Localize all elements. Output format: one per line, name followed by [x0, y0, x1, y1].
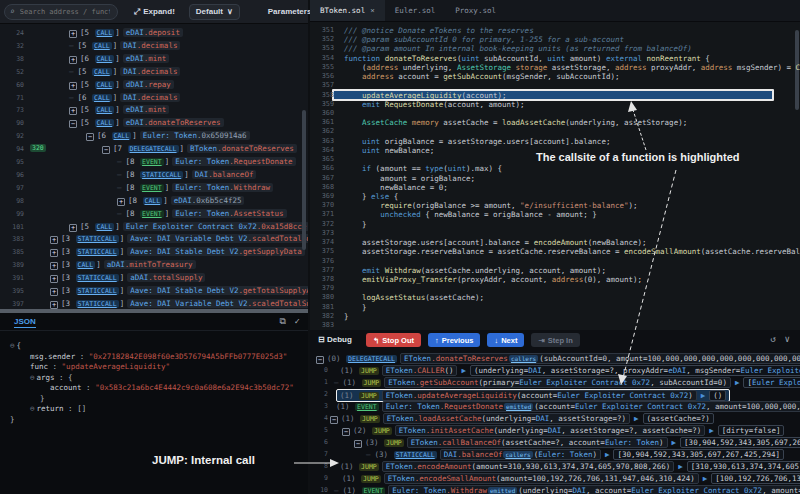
tab-proxy-sol[interactable]: Proxy.sol [445, 0, 506, 21]
tree-expander-icon[interactable]: − [342, 428, 350, 436]
trace-row[interactable]: 73+[5 CALL]eDAI.mint [0, 104, 308, 116]
step-in-button[interactable]: ⇥Step In [531, 333, 579, 347]
tree-expander-icon[interactable]: + [50, 262, 58, 270]
trace-target[interactable]: eDAI.mint [123, 105, 170, 114]
copy-icon[interactable]: ⧉ [280, 316, 286, 327]
trace-target[interactable]: Euler: Token.RequestDonate [172, 157, 295, 166]
close-icon[interactable]: × [370, 6, 375, 15]
call-type-badge: CALL [92, 68, 112, 76]
stop-out-button[interactable]: ↰Stop Out [366, 333, 421, 347]
trace-row[interactable]: 397+[3 STATICCALL]Aave: DAI Variable Deb… [0, 298, 308, 309]
trace-target[interactable]: eDAI.mint [123, 54, 170, 63]
tree-expander-icon[interactable]: + [69, 82, 77, 90]
trace-row[interactable]: 92−[6 CALL]Euler: Token.0x650914a6 [0, 130, 308, 142]
refresh-icon[interactable]: ↺ [771, 334, 776, 344]
trace-target[interactable]: eDAI.donateToReserves [123, 118, 224, 127]
trace-row[interactable]: 38+[6 CALL]eDAI.mint [0, 53, 308, 65]
tree-expander-icon[interactable]: + [69, 224, 77, 232]
tab-json[interactable]: JSON [14, 317, 36, 328]
debug-row[interactable]: 5−(2) JUMPEToken.initAssetCache(underlyi… [310, 424, 800, 436]
debug-row[interactable]: 2(1) JUMPEToken.updateAverageLiquidity(a… [310, 388, 800, 400]
next-button[interactable]: ↓Next [487, 333, 524, 347]
trace-row[interactable]: 96–[8 STATICCALL]DAI.balanceOf [0, 169, 308, 181]
tree-expander-icon[interactable]: + [50, 249, 58, 257]
trace-target[interactable]: DAI.balanceOf [192, 170, 257, 179]
trace-row[interactable]: 98+[8 CALL]eDAI.0x6b5c4f25 [0, 195, 308, 207]
trace-row[interactable]: 71–[6 CALL]DAI.decimals [0, 92, 308, 104]
tree-expander-icon[interactable]: + [50, 236, 58, 244]
tree-expander-icon[interactable]: + [50, 301, 58, 309]
debug-row[interactable]: 7–(3) STATICCALLDAI.balanceOfcallers(Eul… [310, 448, 800, 460]
tree-expander-icon[interactable]: + [69, 56, 77, 64]
debug-row[interactable]: 3(1) EVENTEuler: Token.RequestDonateemit… [310, 400, 800, 412]
trace-row[interactable]: 395+[3 STATICCALL]Aave: DAI Stable Debt … [0, 285, 308, 297]
trace-row[interactable]: 383+[3 STATICCALL]Aave: DAI Variable Deb… [0, 233, 308, 245]
trace-target[interactable]: eDAI.deposit [123, 28, 183, 37]
trace-target[interactable]: aDAI.mintToTreasury [104, 260, 196, 269]
tree-expander-icon[interactable]: + [69, 107, 77, 115]
trace-target[interactable]: Aave: DAI Variable Debt V2.scaledTotalSu… [127, 234, 308, 243]
text-segment: EToken [399, 426, 426, 435]
trace-row[interactable]: 99–[8 EVENT]Euler: Token.AssetStatus [0, 208, 308, 220]
trace-target[interactable]: aDAI.totalSupply [127, 273, 205, 282]
debug-row[interactable]: 8(1) JUMPEToken.encodeAmount(amount=310,… [310, 460, 800, 472]
trace-target[interactable]: Aave: DAI Variable Debt V2.scaledTotalSu… [127, 299, 308, 308]
tab-euler-sol[interactable]: Euler.sol [385, 0, 446, 21]
tree-expander-icon[interactable]: + [50, 275, 58, 283]
previous-button[interactable]: ↑Previous [428, 333, 480, 347]
debug-row[interactable]: 4−(1) JUMPEToken.loadAssetCache(underlyi… [310, 412, 800, 424]
trace-row[interactable]: 391+[3 STATICCALL]aDAI.totalSupply [0, 272, 308, 284]
debug-row[interactable]: 1–(1) JUMPEToken.getSubAccount(primary=E… [310, 376, 800, 388]
debug-row[interactable]: 9(1) JUMPEToken.encodeSmallAmount(amount… [310, 472, 800, 484]
trace-target[interactable]: Euler Exploiter Contract 0x72.0xa15d8cce [123, 222, 308, 231]
preset-select[interactable]: Default ∨ [189, 4, 240, 20]
trace-target[interactable]: dDAI.repay [123, 80, 174, 89]
text-segment [344, 91, 362, 100]
collapse-icon[interactable]: ⊖ [30, 373, 35, 382]
debug-row[interactable]: −(0) DELEGATECALLEToken.donateToReserves… [310, 352, 800, 364]
trace-target[interactable]: Euler: Token.Withdraw [172, 183, 273, 192]
trace-target[interactable]: DAI.decimals [120, 93, 180, 102]
tree-expander-icon[interactable]: − [102, 146, 110, 154]
trace-row[interactable]: 101+[5 CALL]Euler Exploiter Contract 0x7… [0, 221, 308, 233]
trace-target[interactable]: eDAI.0x6b5c4f25 [171, 196, 245, 205]
trace-target[interactable]: Euler: Token.0x650914a6 [140, 131, 250, 140]
tab-btoken-sol[interactable]: BToken.sol× [310, 0, 385, 21]
tree-expander-icon[interactable]: − [316, 356, 324, 364]
debug-row[interactable]: 0(1) JUMPEToken.CALLER()▶(underlying=DAI… [310, 364, 800, 376]
trace-row[interactable]: 385+[3 STATICCALL]Aave: DAI Stable Debt … [0, 246, 308, 258]
collapse-icon[interactable]: ⊖ [30, 404, 35, 413]
check-icon[interactable]: ✓ [295, 316, 300, 326]
trace-target[interactable]: Aave: DAI Stable Debt V2.getSupplyData [127, 247, 305, 256]
tree-expander-icon[interactable]: + [50, 288, 58, 296]
text-segment: (assetCache=?) [647, 414, 710, 423]
trace-row[interactable]: 32–[5 CALL]DAI.decimals [0, 40, 308, 52]
trace-row[interactable]: 389+[3 CALL]aDAI.mintToTreasury [0, 259, 308, 271]
debug-row[interactable]: 10–(1) EVENTEuler: Token.Withdrawemitted… [310, 484, 800, 494]
trace-row[interactable]: 90−[5 CALL]eDAI.donateToReserves [0, 117, 308, 129]
trace-row[interactable]: 97–[8 EVENT]Euler: Token.Withdraw [0, 182, 308, 194]
expand-button[interactable]: ⤢ Expand! [128, 6, 181, 18]
trace-row[interactable]: 60+[5 CALL]dDAI.repay [0, 79, 308, 91]
trace-row[interactable]: 52–[5 CALL]DAI.decimals [0, 66, 308, 78]
trace-target[interactable]: Euler: Token.AssetStatus [172, 209, 286, 218]
tree-expander-icon[interactable]: − [354, 440, 362, 448]
trace-target[interactable]: BToken.donateToReserves [187, 144, 297, 153]
tree-scrollbar[interactable] [302, 110, 306, 250]
tree-expander-icon[interactable]: + [117, 198, 125, 206]
trace-target[interactable]: DAI.decimals [120, 41, 180, 50]
tree-expander-icon[interactable]: + [69, 30, 77, 38]
trace-row[interactable]: 24+[5 CALL]eDAI.deposit [0, 27, 308, 39]
chevron-down-icon[interactable]: ∨ [785, 334, 790, 344]
trace-row[interactable]: 95–[8 EVENT]Euler: Token.RequestDonate [0, 156, 308, 168]
tree-expander-icon[interactable]: − [69, 120, 77, 128]
trace-target[interactable]: Aave: DAI Stable Debt V2.getTotalSupplyA… [127, 286, 308, 295]
collapse-icon[interactable]: ⊖ [10, 341, 15, 350]
trace-row[interactable]: 94320−[7 DELEGATECALL]BToken.donateToRes… [0, 143, 308, 155]
search-input[interactable] [18, 7, 112, 17]
tree-expander-icon[interactable]: − [86, 133, 94, 141]
debug-row[interactable]: 6−(3) JUMPEToken.callBalanceOf(assetCach… [310, 436, 800, 448]
tree-expander-icon[interactable]: − [330, 416, 338, 424]
call-type-badge: STATICCALL [76, 235, 119, 243]
trace-target[interactable]: DAI.decimals [120, 67, 180, 76]
